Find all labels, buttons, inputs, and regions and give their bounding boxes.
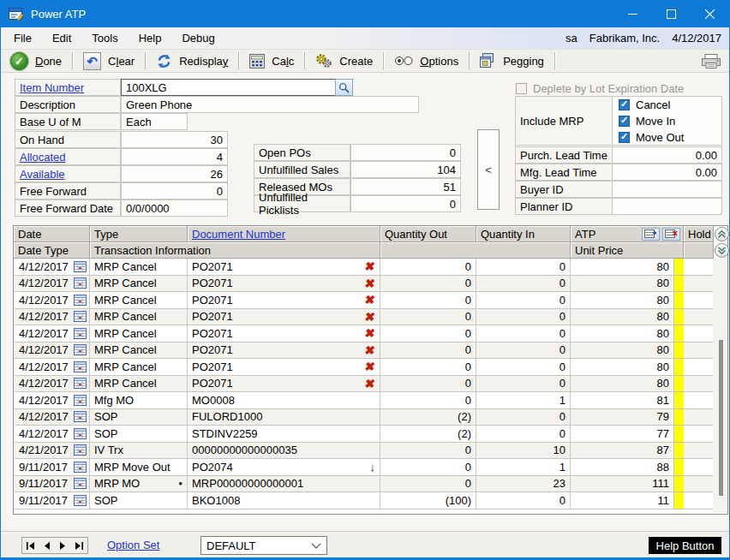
calendar-icon[interactable] [73, 478, 87, 490]
table-row[interactable]: 4/12/2017 MRP Cancel PO2071✖ 0 0 80 [15, 343, 714, 360]
grid-cell-hold[interactable] [684, 426, 714, 442]
collapse-panel-button[interactable]: < [477, 129, 500, 210]
grid-cell-type[interactable]: MRP MO● [90, 476, 188, 492]
calendar-icon[interactable] [73, 277, 87, 289]
grid-cell-date[interactable]: 4/12/2017 [15, 276, 90, 292]
grid-cell-qty-in[interactable]: 0 [476, 343, 571, 359]
grid-cell-qty-out[interactable]: 0 [380, 476, 476, 492]
table-row[interactable]: 4/12/2017 MRP Cancel PO2071✖ 0 0 80 [15, 292, 714, 309]
grid-cell-qty-in[interactable]: 1 [476, 459, 571, 475]
collapse-rows-button[interactable] [715, 243, 729, 258]
grid-cell-hold[interactable] [684, 376, 714, 392]
table-row[interactable]: 4/12/2017 MRP Cancel PO2071✖ 0 0 80 [15, 359, 714, 376]
col-header-date[interactable]: Date [14, 226, 90, 242]
doc-marker[interactable]: ✖ [364, 377, 377, 390]
grid-cell-atp[interactable]: 80 [571, 292, 674, 308]
expand-rows-button[interactable] [715, 227, 729, 241]
col-header-hold[interactable]: Hold [684, 226, 714, 242]
table-row[interactable]: 4/12/2017 MRP Cancel PO2071✖ 0 0 80 [15, 309, 714, 326]
grid-cell-qty-in[interactable]: 0 [476, 409, 571, 426]
item-number-label[interactable]: Item Number [15, 79, 121, 96]
option-set-link[interactable]: Option Set [107, 539, 159, 551]
mrp-move-in-row[interactable]: Move In [619, 113, 675, 129]
doc-marker[interactable]: ✖ [364, 310, 377, 324]
table-row[interactable]: 4/12/2017 MRP Cancel PO2071✖ 0 0 80 [15, 259, 714, 276]
minimize-button[interactable] [613, 1, 652, 27]
grid-cell-atp[interactable]: 88 [571, 459, 674, 475]
grid-cell-atp[interactable]: 80 [571, 276, 674, 292]
menu-edit[interactable]: Edit [42, 27, 81, 49]
buyer-id-value[interactable] [612, 181, 722, 198]
insert-row-button[interactable] [642, 228, 660, 241]
calendar-icon[interactable] [73, 411, 87, 423]
option-set-dropdown[interactable]: DEFAULT [200, 536, 327, 555]
maximize-button[interactable] [652, 1, 691, 27]
grid-cell-qty-in[interactable]: 0 [476, 492, 571, 509]
col-header-document-number[interactable]: Document Number [188, 226, 380, 242]
table-row[interactable]: 4/12/2017 SOP FULORD1000 (2) 0 79 [15, 409, 714, 426]
available-label[interactable]: Available [15, 165, 121, 182]
doc-marker[interactable]: ↓ [370, 461, 376, 474]
mrp-cancel-row[interactable]: Cancel [619, 97, 670, 113]
create-button[interactable]: Create [308, 51, 380, 71]
doc-marker[interactable]: ✖ [364, 293, 377, 307]
grid-cell-atp[interactable]: 80 [571, 343, 674, 359]
grid-cell-type[interactable]: MRP Cancel [90, 259, 188, 275]
grid-cell-qty-in[interactable]: 0 [476, 376, 571, 392]
scrollbar-thumb[interactable] [719, 340, 723, 496]
grid-cell-hold[interactable] [684, 276, 714, 292]
grid-cell-doc[interactable]: PO2071✖ [188, 259, 380, 275]
table-row[interactable]: 4/12/2017 MRP Cancel PO2071✖ 0 0 80 [15, 325, 714, 343]
mrp-move-in-checkbox[interactable] [619, 116, 630, 127]
grid-cell-doc[interactable]: FULORD1000 [188, 409, 380, 426]
grid-cell-qty-in[interactable]: 0 [476, 426, 571, 442]
grid-cell-doc[interactable]: STDINV2259 [188, 426, 380, 442]
grid-cell-qty-in[interactable]: 0 [476, 325, 571, 342]
calendar-icon[interactable] [73, 327, 87, 339]
grid-cell-doc[interactable]: PO2074↓ [188, 459, 380, 475]
calendar-icon[interactable] [73, 394, 87, 406]
grid-cell-doc[interactable]: PO2071✖ [188, 343, 380, 359]
doc-marker[interactable]: ✖ [364, 360, 377, 373]
calendar-icon[interactable] [73, 461, 87, 473]
grid-cell-doc[interactable]: PO2071✖ [188, 309, 380, 325]
allocated-label[interactable]: Allocated [15, 148, 121, 165]
grid-cell-date[interactable]: 9/11/2017 [15, 476, 90, 492]
table-row[interactable]: 4/12/2017 MRP Cancel PO2071✖ 0 0 80 [15, 376, 714, 393]
grid-cell-atp[interactable]: 87 [571, 443, 674, 459]
grid-cell-date[interactable]: 4/12/2017 [15, 426, 90, 442]
grid-cell-qty-in[interactable]: 0 [476, 259, 571, 275]
grid-cell-qty-out[interactable]: 0 [380, 459, 476, 475]
grid-cell-type[interactable]: SOP [90, 409, 188, 426]
menu-help[interactable]: Help [129, 27, 172, 49]
print-button[interactable] [701, 54, 721, 69]
grid-cell-date[interactable]: 4/12/2017 [15, 325, 90, 342]
item-number-input[interactable] [121, 79, 336, 96]
grid-cell-doc[interactable]: BKO1008 [188, 492, 380, 509]
grid-cell-doc[interactable]: PO2071✖ [188, 376, 380, 392]
done-button[interactable]: ✓ Done [3, 51, 69, 71]
grid-cell-qty-in[interactable]: 10 [476, 443, 571, 459]
grid-cell-atp[interactable]: 80 [571, 376, 674, 392]
calendar-icon[interactable] [73, 360, 87, 372]
table-row[interactable]: 9/11/2017 MRP Move Out PO2074↓ 0 1 88 [15, 459, 714, 476]
grid-cell-date[interactable]: 4/12/2017 [15, 376, 90, 392]
grid-cell-hold[interactable] [684, 409, 714, 426]
grid-cell-doc[interactable]: PO2071✖ [188, 325, 380, 342]
grid-cell-type[interactable]: MRP Cancel [90, 309, 188, 325]
grid-cell-qty-out[interactable]: 0 [380, 309, 476, 325]
nav-last-button[interactable] [75, 542, 83, 550]
grid-cell-atp[interactable]: 80 [571, 325, 674, 342]
grid-cell-qty-out[interactable]: 0 [380, 259, 476, 275]
grid-cell-hold[interactable] [684, 343, 714, 359]
grid-cell-atp[interactable]: 80 [571, 259, 674, 275]
grid-cell-qty-out[interactable]: 0 [380, 392, 476, 408]
planner-id-value[interactable] [612, 198, 722, 215]
mrp-cancel-checkbox[interactable] [619, 99, 630, 110]
grid-cell-qty-in[interactable]: 0 [476, 292, 571, 308]
grid-cell-date[interactable]: 4/12/2017 [15, 392, 90, 408]
mrp-move-out-row[interactable]: Move Out [619, 129, 684, 146]
grid-cell-qty-out[interactable]: 0 [380, 359, 476, 375]
calc-button[interactable]: Calc [242, 51, 302, 71]
doc-marker[interactable]: ✖ [364, 326, 377, 340]
